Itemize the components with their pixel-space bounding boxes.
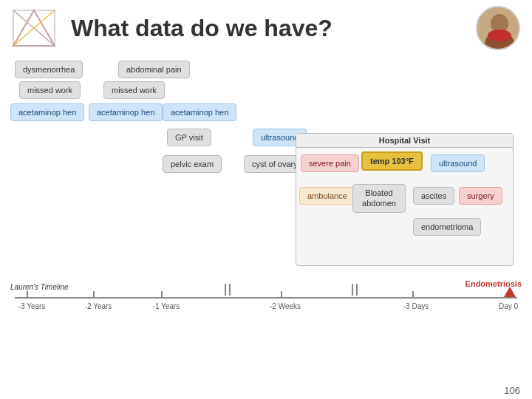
svg-point-7 [488, 30, 511, 41]
tick-1year [161, 291, 163, 299]
label-1year: -1 Years [148, 302, 185, 310]
tick-3days [412, 291, 414, 299]
endometriosis-label: Endometriosis [466, 279, 522, 288]
label-2years: -2 Years [80, 302, 117, 310]
endometrioma-chip: endometrioma [413, 218, 481, 236]
bloated-abdomen-chip: Bloated abdomen [352, 184, 406, 213]
severe-pain-chip: severe pain [301, 154, 359, 172]
slide: What data do we have? dysmenorrhea abdom… [0, 0, 532, 399]
page-title: What data do we have? [64, 15, 476, 42]
label-day0: Day 0 [494, 302, 523, 310]
surgery-chip: surgery [459, 187, 502, 205]
tick-2years [93, 291, 95, 299]
hospital-visit-box: Hospital Visit severe pain temp 103°F ul… [296, 133, 514, 266]
tick-sep4 [356, 284, 358, 296]
acetaminop-hen-chip-3: acetaminop hen [163, 103, 236, 121]
ascites-chip: ascites [413, 187, 454, 205]
tick-3years [27, 291, 28, 299]
ambulance-chip: ambulance [299, 187, 355, 205]
page-number: 106 [504, 385, 520, 396]
laurens-timeline-label: Lauren's Timeline [10, 283, 69, 291]
tick-2weeks [281, 291, 282, 299]
timeline-area: dysmenorrhea abdominal pain missed work … [0, 53, 532, 349]
timeline-line [15, 297, 517, 299]
temp-103-chip: temp 103°F [361, 151, 423, 171]
logo [12, 9, 56, 47]
tick-sep3 [352, 284, 353, 296]
missed-work-chip-2: missed work [103, 81, 165, 99]
avatar [476, 6, 520, 50]
hospital-visit-label: Hospital Visit [296, 134, 513, 148]
tick-sep2 [229, 284, 231, 296]
tick-sep1 [225, 284, 226, 296]
acetaminop-hen-chip-1: acetaminop hen [10, 103, 84, 121]
pelvic-exam-chip: pelvic exam [163, 155, 222, 173]
label-3years: -3 Years [13, 302, 50, 310]
acetaminop-hen-chip-2: acetaminop hen [89, 103, 163, 121]
header: What data do we have? [0, 0, 532, 53]
label-2weeks: -2 Weeks [263, 302, 307, 310]
dysmenorrhea-chip: dysmenorrhea [15, 61, 83, 78]
arrow-day0 [504, 287, 516, 297]
ultrasound-chip-2: ultrasound [431, 154, 485, 172]
label-3days: -3 Days [398, 302, 434, 310]
missed-work-chip-1: missed work [19, 81, 81, 99]
gp-visit-chip: GP visit [167, 129, 211, 146]
abdominal-pain-chip: abdominal pain [118, 61, 190, 78]
